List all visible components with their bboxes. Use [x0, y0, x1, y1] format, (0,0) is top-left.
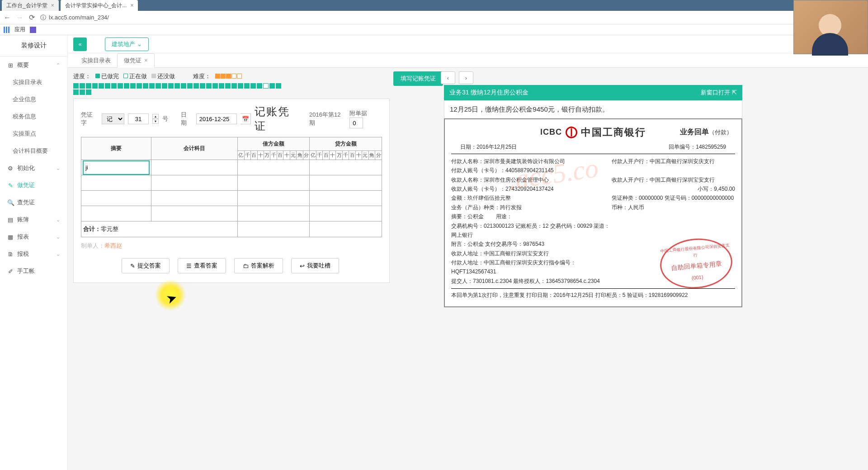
sidebar-item-manual[interactable]: ✐手工帐	[0, 263, 67, 280]
task-description: 12月25日，缴纳住房公积金9450元，银行自动扣款。	[444, 100, 742, 118]
address-bar[interactable]: ⓘlx.acc5.com/main_234/	[40, 14, 109, 22]
browser-tab-1[interactable]: 工作台_会计学堂×	[2, 0, 59, 11]
back-icon[interactable]: ←	[4, 14, 11, 22]
pen-icon: ✐	[7, 268, 14, 275]
category-dropdown[interactable]: 建筑地产 ⌄	[105, 38, 149, 51]
col-credit: 贷方金额	[310, 137, 382, 151]
preparer: 制单人：希西赵	[81, 242, 382, 250]
gear-icon: ⚙	[7, 165, 14, 172]
col-debit: 借方金额	[238, 137, 310, 151]
reply-icon: ↩	[300, 263, 305, 269]
sidebar-item-ledger[interactable]: ▤账簿⌄	[0, 211, 67, 228]
tab-make-voucher[interactable]: 做凭证×	[117, 53, 155, 68]
progress-label: 进度：	[73, 72, 91, 80]
voucher-num-suffix: 号	[162, 115, 168, 123]
chevron-down-icon: ⌄	[56, 217, 60, 223]
voucher-card: 凭证字 记 ▲▼ 号 日期 📅 记账凭证 2016年第12期 附单据 摘要 会计…	[73, 99, 390, 283]
reload-icon[interactable]: ⟳	[29, 13, 35, 22]
collapse-sidebar-button[interactable]: «	[73, 38, 87, 51]
sidebar-item-make-voucher[interactable]: ✎做凭证	[0, 177, 67, 194]
apps-label[interactable]: 应用	[14, 26, 25, 33]
browser-toolbar: ← → ⟳ ⓘlx.acc5.com/main_234/	[0, 11, 868, 24]
legend-done-icon	[95, 74, 100, 78]
legend-doing-icon	[123, 74, 128, 78]
tab-catalog[interactable]: 实操目录表	[75, 54, 117, 67]
browser-tabstrip: 工作台_会计学堂× 会计学堂实操中心_会计...×	[0, 0, 868, 11]
next-button[interactable]: ›	[459, 71, 473, 84]
summary-input[interactable]	[83, 160, 150, 175]
page-tabs: 实操目录表 做凭证×	[68, 53, 868, 68]
report-icon: ▦	[7, 234, 14, 240]
number-spinner[interactable]: ▲▼	[152, 114, 159, 124]
new-window-link[interactable]: 新窗口打开 ⇱	[701, 89, 737, 97]
browser-tab-2[interactable]: 会计学堂实操中心_会计...×	[61, 0, 138, 11]
close-icon[interactable]: ×	[130, 2, 133, 9]
attach-label: 附单据	[349, 109, 382, 128]
sidebar-item-subjects[interactable]: 会计科目概要	[0, 142, 67, 160]
sidebar-item-tax[interactable]: 🗎报税⌄	[0, 245, 67, 263]
voucher-char-label: 凭证字	[81, 111, 98, 127]
sidebar-item-overview[interactable]: ⊞概要⌃	[0, 56, 67, 74]
voucher-char-select[interactable]: 记	[102, 113, 124, 124]
action-row: ✎提交答案 ☰查看答案 🗀答案解析 ↩我要吐槽	[81, 258, 382, 273]
sidebar-item-check-voucher[interactable]: 🔍查凭证	[0, 194, 67, 211]
cursor-icon: ➤	[164, 290, 179, 307]
view-answer-button[interactable]: ☰查看答案	[178, 258, 226, 273]
search-icon: 🔍	[7, 199, 14, 206]
total-cell: 合计：零元整	[81, 221, 238, 237]
submit-answer-button[interactable]: ✎提交答案	[122, 258, 170, 273]
webcam-overlay	[793, 0, 868, 54]
icbc-label: ICBC	[540, 125, 562, 139]
answer-analysis-button[interactable]: 🗀答案解析	[234, 258, 283, 273]
date-label: 日期	[181, 111, 193, 127]
attach-input[interactable]	[349, 118, 363, 128]
voucher-table: 摘要 会计科目 借方金额 贷方金额 亿千百十万千百十元角分亿千百十万千百十元角分…	[81, 137, 382, 237]
topbar: « 建筑地产 ⌄ 希西赵（SVIP会员）	[68, 35, 868, 53]
fill-voucher-button[interactable]: 填写记账凭证	[393, 71, 443, 86]
difficulty-rating	[215, 73, 242, 80]
date-input[interactable]	[196, 113, 237, 124]
voucher-workspace: 进度： 已做完 正在做 还没做 难度： 填写记账凭证 ‹ › 凭证字 记 ▲▼	[68, 68, 868, 287]
close-icon[interactable]: ×	[51, 2, 54, 9]
sidebar-item-tax-info[interactable]: 税务信息	[0, 108, 67, 125]
progress-grid	[73, 83, 286, 95]
receipt-meta: 日期：2016年12月25日 回单编号：1482595259	[451, 142, 735, 153]
sidebar-item-company[interactable]: 企业信息	[0, 91, 67, 108]
receipt-footer: 本回单为第1次打印，注意重复 打印日期：2016年12月25日 打印柜员：5 验…	[451, 288, 735, 300]
close-icon[interactable]: ×	[144, 57, 148, 64]
task-header: 业务31 缴纳12月住房公积金 新窗口打开 ⇱	[444, 85, 742, 100]
apps-icon[interactable]	[4, 27, 10, 33]
main-content: « 建筑地产 ⌄ 希西赵（SVIP会员） 实操目录表 做凭证× 进度： 已做完 …	[68, 35, 868, 470]
sidebar-item-init[interactable]: ⚙初始化⌄	[0, 160, 67, 177]
sidebar-item-report[interactable]: ▦报表⌄	[0, 228, 67, 245]
bookmark-icon[interactable]	[30, 27, 36, 33]
legend-todo-icon	[151, 74, 156, 78]
file-icon: 🗎	[7, 251, 14, 258]
edit-icon: ✎	[130, 263, 135, 269]
sidebar: 装修设计 ⊞概要⌃ 实操目录表 企业信息 税务信息 实操重点 会计科目概要 ⚙初…	[0, 35, 68, 470]
chevron-down-icon: ⌄	[56, 165, 60, 171]
chevron-down-icon: ⌄	[137, 41, 142, 47]
difficulty-label: 难度：	[193, 72, 211, 80]
calendar-icon[interactable]: 📅	[241, 113, 251, 124]
sidebar-item-catalog[interactable]: 实操目录表	[0, 74, 67, 91]
forward-icon[interactable]: →	[16, 14, 24, 22]
icbc-logo-icon	[566, 127, 577, 138]
list-icon: ☰	[186, 263, 192, 269]
book-icon: ▤	[7, 216, 14, 223]
chevron-down-icon: ⌄	[56, 251, 60, 257]
voucher-number-input[interactable]	[128, 113, 149, 124]
voucher-title: 记账凭证	[255, 104, 301, 133]
feedback-button[interactable]: ↩我要吐槽	[291, 258, 339, 273]
prev-button[interactable]: ‹	[441, 71, 455, 84]
bank-name: 中国工商银行	[581, 124, 646, 141]
chevron-down-icon: ⌄	[56, 234, 60, 240]
col-subject: 会计科目	[151, 137, 237, 160]
bank-receipt: .acc5.co ICBC 中国工商银行 业务回单（付款） 日期：2016年12…	[444, 118, 742, 307]
pencil-icon: ✎	[7, 182, 14, 189]
folder-icon: 🗀	[243, 263, 249, 269]
sidebar-item-keypoint[interactable]: 实操重点	[0, 125, 67, 142]
col-summary: 摘要	[81, 137, 151, 160]
external-icon: ⇱	[732, 89, 737, 96]
cursor-highlight	[155, 279, 186, 311]
